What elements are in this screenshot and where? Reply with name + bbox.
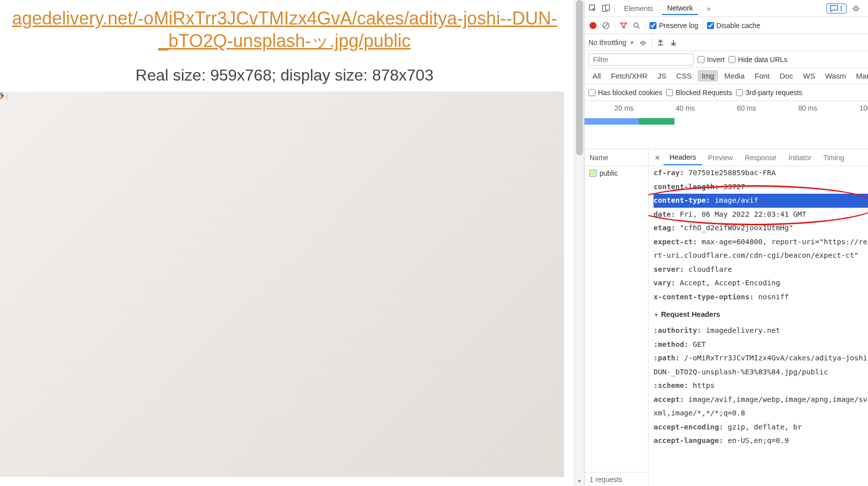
timeline-tick: 40 ms <box>676 104 694 112</box>
kebab-menu-icon[interactable] <box>866 4 868 13</box>
download-icon[interactable] <box>669 38 678 47</box>
blocked-requests-checkbox[interactable]: Blocked Requests <box>666 89 732 97</box>
detail-tab-initiator[interactable]: Initiator <box>782 151 818 165</box>
header-line[interactable]: :scheme: https <box>654 379 868 393</box>
header-line[interactable]: accept: image/avif,image/webp,image/apng… <box>654 393 868 420</box>
header-line[interactable]: vary: Accept, Accept-Encoding <box>654 276 868 290</box>
browser-page: agedelivery.net/-oMiRxTrr3JCvTMIzx4GvA/c… <box>0 0 584 486</box>
extra-filter-row: Has blocked cookies Blocked Requests 3rd… <box>584 84 868 101</box>
header-line[interactable]: x-content-type-options: nosniff <box>654 290 868 304</box>
header-key: accept-encoding: <box>654 423 724 431</box>
header-line[interactable]: accept-language: en-US,en;q=0.9 <box>654 434 868 448</box>
request-row[interactable]: public <box>584 166 648 180</box>
disable-cache-checkbox[interactable]: Disable cache <box>707 22 760 30</box>
third-party-checkbox[interactable]: 3rd-party requests <box>736 89 802 97</box>
header-line[interactable]: content-length: 33727 <box>654 180 868 194</box>
detail-tab-headers[interactable]: Headers <box>664 150 702 165</box>
header-line[interactable]: content-type: image/avif <box>654 194 868 208</box>
type-filter-font[interactable]: Font <box>750 70 774 82</box>
detail-tab-preview[interactable]: Preview <box>702 151 739 165</box>
type-filter-manifest[interactable]: Manifest <box>852 70 868 82</box>
clear-icon[interactable] <box>602 21 610 30</box>
header-value: nosniff <box>754 293 789 301</box>
throttling-toolbar: No throttling ▼ <box>584 34 868 51</box>
close-detail-icon[interactable]: ✕ <box>652 154 664 162</box>
tab-elements[interactable]: Elements <box>619 3 658 15</box>
tab-more[interactable]: » <box>702 3 716 15</box>
svg-point-25 <box>642 44 644 46</box>
invert-checkbox[interactable]: Invert <box>698 56 724 64</box>
header-value: image/avif <box>710 196 758 204</box>
network-conditions-icon[interactable] <box>638 38 648 47</box>
header-line[interactable]: :authority: imagedelivery.net <box>654 324 868 338</box>
header-value: GET <box>688 340 706 348</box>
headers-pane[interactable]: cf-ray: 707501e258859bac-FRAcontent-leng… <box>648 166 868 486</box>
header-line[interactable]: date: Fri, 06 May 2022 22:03:41 GMT <box>654 208 868 222</box>
devtools-panel: Elements Network » 1 Preserve log <box>584 0 868 486</box>
throttling-select[interactable]: No throttling ▼ <box>588 39 634 47</box>
header-line[interactable]: etag: "cfhO_d2eifWOv2joox1UtmHg" <box>654 221 868 235</box>
filter-input[interactable] <box>588 54 694 66</box>
svg-rect-17 <box>606 5 610 10</box>
type-filter-ws[interactable]: WS <box>799 70 819 82</box>
search-icon[interactable] <box>632 21 641 30</box>
header-value: image/avif,image/webp,image/apng,image/s… <box>654 395 868 417</box>
type-filter-fetchxhr[interactable]: Fetch/XHR <box>607 70 652 82</box>
header-line[interactable]: :path: /-oMiRxTrr3JCvTMIzx4GvA/cakes/adi… <box>654 351 868 379</box>
header-key: x-content-type-options: <box>654 293 754 301</box>
header-line[interactable]: expect-ct: max-age=604800, report-uri="h… <box>654 235 868 263</box>
detail-tab-response[interactable]: Response <box>739 151 782 165</box>
type-filter-all[interactable]: All <box>588 70 605 82</box>
header-key: accept-language: <box>654 436 724 444</box>
type-filter-js[interactable]: JS <box>654 70 670 82</box>
record-icon[interactable] <box>588 21 598 30</box>
detail-tab-timing[interactable]: Timing <box>818 151 850 165</box>
request-headers-section[interactable]: ▼Request Headers <box>654 304 868 324</box>
timeline-request-bar <box>584 118 674 125</box>
header-value: /-oMiRxTrr3JCvTMIzx4GvA/cakes/aditya-jos… <box>654 354 868 376</box>
header-value: gzip, deflate, br <box>724 423 802 431</box>
svg-rect-9 <box>8 97 8 100</box>
header-value: imagedelivery.net <box>702 326 780 334</box>
request-list: Name public 1 requests <box>584 149 648 486</box>
preserve-log-checkbox[interactable]: Preserve log <box>650 22 698 30</box>
messages-badge[interactable]: 1 <box>826 4 846 14</box>
header-key: :authority: <box>654 326 702 334</box>
request-list-header[interactable]: Name <box>584 149 648 166</box>
header-line[interactable]: :method: GET <box>654 338 868 352</box>
network-toolbar: Preserve log Disable cache <box>584 17 868 34</box>
tab-network[interactable]: Network <box>662 2 698 15</box>
header-key: date: <box>654 210 676 218</box>
timeline-tick: 60 ms <box>737 104 756 112</box>
header-key: cf-ray: <box>654 169 684 177</box>
header-key: expect-ct: <box>654 238 697 246</box>
filter-icon[interactable] <box>619 21 628 30</box>
type-filter-img[interactable]: Img <box>698 70 718 82</box>
inspect-icon[interactable] <box>588 4 598 13</box>
header-line[interactable]: cf-ray: 707501e258859bac-FRA <box>654 166 868 180</box>
svg-point-8 <box>2 96 2 97</box>
image-preview <box>0 92 564 477</box>
header-value: 33727 <box>719 183 745 191</box>
header-value: cloudflare <box>684 265 732 273</box>
image-url-link[interactable]: agedelivery.net/-oMiRxTrr3JCvTMIzx4GvA/c… <box>0 7 569 52</box>
type-filter-css[interactable]: CSS <box>672 70 696 82</box>
type-filter-wasm[interactable]: Wasm <box>821 70 850 82</box>
waterfall-timeline[interactable]: 20 ms40 ms60 ms80 ms100 ms <box>584 101 868 149</box>
header-key: :method: <box>654 340 688 348</box>
header-line[interactable]: server: cloudflare <box>654 263 868 277</box>
settings-icon[interactable] <box>852 4 860 13</box>
svg-point-18 <box>854 7 858 10</box>
device-toggle-icon[interactable] <box>602 4 610 13</box>
type-filter-media[interactable]: Media <box>720 70 748 82</box>
header-line[interactable]: accept-encoding: gzip, deflate, br <box>654 420 868 434</box>
upload-icon[interactable] <box>656 38 665 47</box>
scroll-down-icon[interactable]: ▾ <box>574 476 584 486</box>
devtools-tabs: Elements Network » 1 <box>584 0 868 17</box>
has-blocked-cookies-checkbox[interactable]: Has blocked cookies <box>588 89 662 97</box>
page-scrollbar[interactable]: ▴ ▾ <box>574 0 584 486</box>
hide-data-urls-checkbox[interactable]: Hide data URLs <box>728 56 788 64</box>
type-filter-doc[interactable]: Doc <box>776 70 797 82</box>
header-value: en-US,en;q=0.9 <box>724 436 789 444</box>
scrollbar-thumb[interactable] <box>576 0 583 155</box>
